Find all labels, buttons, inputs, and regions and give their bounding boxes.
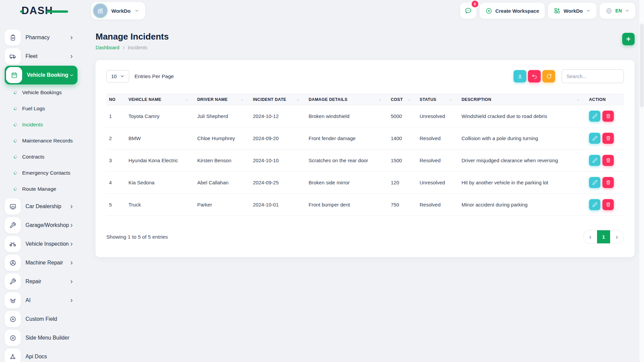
header-incident-date[interactable]: INCIDENT DATE↑↓	[250, 94, 306, 105]
header-action: ACTION	[586, 94, 624, 105]
create-workspace-button[interactable]: Create Workspace	[480, 3, 545, 19]
entries-per-page-value: 10	[111, 73, 117, 79]
motorcycle-icon	[5, 236, 21, 252]
chevron-down-icon	[135, 8, 139, 13]
circle-notch-icon	[13, 90, 18, 95]
cell-description: Minor accident during parking	[459, 194, 586, 216]
refresh-button[interactable]	[542, 70, 555, 82]
chevron-right-icon	[69, 204, 74, 209]
cell-vehicle: Toyota Camry	[126, 105, 195, 127]
delete-button[interactable]	[602, 133, 614, 144]
sidebar-item-label: Car Dealership	[25, 203, 69, 209]
app-logo[interactable]: DASH	[21, 4, 72, 17]
header-description[interactable]: DESCRIPTION↑↓	[459, 94, 586, 105]
cell-damage: Front bumper dent	[306, 194, 388, 216]
sidebar-item-incidents[interactable]: Incidents	[5, 117, 77, 133]
chevron-right-icon	[69, 35, 74, 40]
cell-status: Resolved	[417, 149, 459, 172]
table-row: 1 Toyota Camry Juli Shepherd 2024-10-12 …	[106, 105, 624, 127]
pagination-page-1[interactable]: 1	[597, 230, 610, 244]
sidebar-item-label: Route Manage	[22, 186, 77, 192]
cell-date: 2024-09-20	[250, 127, 306, 149]
pagination: ‹ 1 ›	[583, 230, 624, 244]
sort-icon: ↑↓	[577, 98, 579, 102]
sidebar-item-maintenance-records[interactable]: Maintenance Records	[5, 133, 77, 149]
cell-damage: Scratches on the rear door	[306, 149, 388, 172]
sidebar-item-repair[interactable]: Repair	[5, 272, 77, 291]
sidebar-item-vehicle-inspection[interactable]: Vehicle Inspection	[5, 235, 77, 253]
header-vehicle-name[interactable]: VEHICLE NAME↑↓	[126, 94, 195, 105]
sidebar-item-garage-workshop[interactable]: Garage/Workshop	[5, 216, 77, 235]
pagination-prev-button[interactable]: ‹	[584, 230, 597, 244]
delete-button[interactable]	[602, 199, 614, 210]
cell-cost: 750	[388, 194, 417, 216]
header-driver-name[interactable]: DRIVER NAME↑↓	[195, 94, 250, 105]
cell-no: 3	[106, 149, 126, 172]
workspace-menu-button[interactable]: WorkDo	[548, 3, 596, 19]
sidebar-item-side-menu-builder[interactable]: Side Menu Builder	[5, 328, 77, 347]
page-head: Manage Incidents Dashboard › Incidents +	[96, 32, 635, 51]
scrollbar-thumb[interactable]	[640, 23, 644, 107]
topbar: DASH WorkDo 0 Create Workspace WorkDo EN	[0, 0, 644, 21]
cell-date: 2024-10-12	[250, 105, 306, 127]
sidebar-item-label: AI	[25, 297, 69, 303]
sidebar-item-label: Garage/Workshop	[25, 222, 69, 228]
chevron-down-icon	[625, 8, 630, 13]
calendar-icon	[6, 67, 22, 83]
sidebar-item-car-dealership[interactable]: Car Dealership	[5, 197, 77, 216]
topbar-actions: 0 Create Workspace WorkDo EN	[460, 3, 635, 19]
sidebar-item-ai[interactable]: AI	[5, 291, 77, 310]
cell-date: 2024-10-01	[250, 194, 306, 216]
messages-button[interactable]: 0	[460, 3, 476, 19]
sidebar-item-fleet[interactable]: Fleet	[5, 47, 77, 66]
edit-button[interactable]	[589, 133, 600, 144]
sidebar-item-emergency-contacts[interactable]: Emergency Contacts	[5, 165, 77, 181]
sidebar-item-vehicle-bookings[interactable]: Vehicle Bookings	[5, 84, 77, 101]
page-scrollbar[interactable]	[639, 0, 644, 362]
download-icon	[517, 73, 523, 79]
edit-button[interactable]	[589, 177, 600, 188]
header-cost[interactable]: COST↑↓	[388, 94, 417, 105]
sidebar-item-label: Fuel Logs	[22, 106, 77, 112]
sidebar-item-vehicle-booking[interactable]: Vehicle Booking	[5, 66, 77, 84]
sidebar-item-machine-repair[interactable]: Machine Repair	[5, 253, 77, 272]
entries-summary: Showing 1 to 5 of 5 entries	[106, 234, 168, 240]
header-status[interactable]: STATUS↑↓	[417, 94, 459, 105]
cell-date: 2024-10-10	[250, 149, 306, 172]
table-toolbar: 10 Entries Per Page	[106, 69, 624, 83]
sidebar-item-api-docs[interactable]: Api Docs	[5, 347, 77, 362]
pagination-next-button[interactable]: ›	[610, 230, 624, 244]
plus-circle-icon	[485, 7, 492, 14]
edit-button[interactable]	[589, 155, 600, 166]
reset-button[interactable]	[528, 70, 541, 82]
chevron-right-icon	[69, 223, 74, 228]
delete-button[interactable]	[602, 155, 614, 166]
search-input[interactable]	[561, 69, 624, 83]
language-selector[interactable]: EN	[600, 3, 635, 19]
wrench-icon	[5, 217, 21, 233]
circle-notch-icon	[13, 122, 18, 127]
breadcrumb: Dashboard › Incidents	[96, 45, 169, 51]
sidebar-item-route-manage[interactable]: Route Manage	[5, 181, 77, 197]
export-button[interactable]	[514, 70, 526, 82]
sort-icon: ↑↓	[449, 98, 451, 102]
header-damage-details[interactable]: DAMAGE DETAILS↑↓	[306, 94, 388, 105]
add-incident-button[interactable]: +	[622, 33, 635, 45]
sidebar-item-label: Fleet	[25, 53, 69, 59]
workspace-selector[interactable]: WorkDo	[91, 2, 145, 19]
delete-button[interactable]	[602, 177, 614, 188]
edit-button[interactable]	[589, 111, 600, 122]
clipboard-medical-icon	[5, 29, 21, 46]
breadcrumb-dashboard-link[interactable]: Dashboard	[96, 45, 119, 50]
sidebar-item-pharmacy[interactable]: Pharmacy	[5, 28, 77, 47]
sort-icon: ↑↓	[408, 98, 410, 102]
delete-button[interactable]	[602, 111, 614, 122]
entries-per-page-select[interactable]: 10	[106, 70, 129, 82]
sidebar-item-custom-field[interactable]: Custom Field	[5, 310, 77, 328]
sidebar-item-fuel-logs[interactable]: Fuel Logs	[5, 101, 77, 117]
sidebar-item-contracts[interactable]: Contracts	[5, 149, 77, 165]
logo-accent-dot	[20, 10, 23, 13]
sidebar-item-label: Vehicle Booking	[27, 72, 69, 78]
chevron-down-icon	[120, 74, 124, 78]
edit-button[interactable]	[589, 199, 600, 210]
